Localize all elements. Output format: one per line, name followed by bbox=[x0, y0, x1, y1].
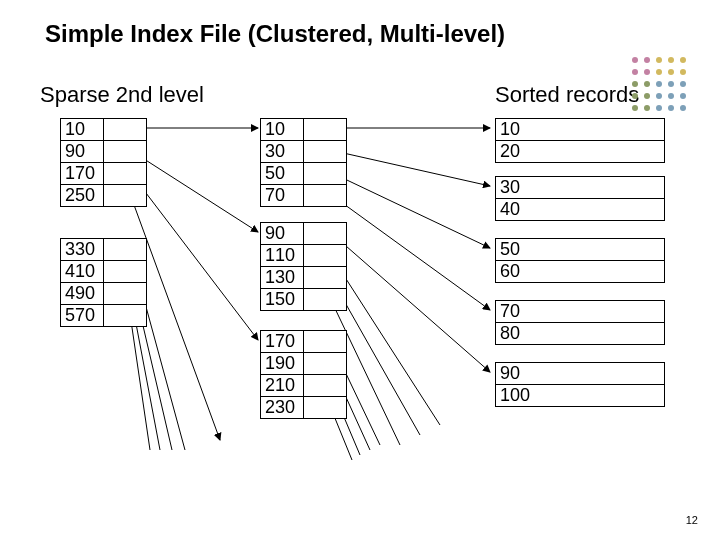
cell: 40 bbox=[496, 199, 665, 221]
cell: 170 bbox=[61, 163, 104, 185]
cell: 70 bbox=[496, 301, 665, 323]
ptr-cell bbox=[104, 305, 147, 327]
ptr-cell bbox=[304, 289, 347, 311]
records-block-4: 70 80 bbox=[495, 300, 665, 345]
cell: 100 bbox=[496, 385, 665, 407]
ptr-cell bbox=[304, 375, 347, 397]
sparse1-block-1: 10 30 50 70 bbox=[260, 118, 347, 207]
page-number: 12 bbox=[686, 514, 698, 526]
cell: 190 bbox=[261, 353, 304, 375]
ptr-cell bbox=[104, 141, 147, 163]
svg-point-0 bbox=[632, 57, 638, 63]
svg-point-24 bbox=[680, 105, 686, 111]
svg-point-10 bbox=[632, 81, 638, 87]
sparse1-block-2: 90 110 130 150 bbox=[260, 222, 347, 311]
ptr-cell bbox=[104, 283, 147, 305]
svg-point-22 bbox=[656, 105, 662, 111]
cell: 130 bbox=[261, 267, 304, 289]
ptr-cell bbox=[104, 185, 147, 207]
cell: 20 bbox=[496, 141, 665, 163]
svg-line-35 bbox=[330, 172, 490, 248]
sparse1-block-3: 170 190 210 230 bbox=[260, 330, 347, 419]
records-block-2: 30 40 bbox=[495, 176, 665, 221]
ptr-cell bbox=[304, 353, 347, 375]
svg-point-16 bbox=[644, 93, 650, 99]
sparse2-block-1: 10 90 170 250 bbox=[60, 118, 147, 207]
cell: 10 bbox=[496, 119, 665, 141]
svg-point-2 bbox=[656, 57, 662, 63]
label-sparse-2nd-level: Sparse 2nd level bbox=[40, 82, 204, 108]
svg-point-6 bbox=[644, 69, 650, 75]
cell: 90 bbox=[261, 223, 304, 245]
cell: 570 bbox=[61, 305, 104, 327]
cell: 150 bbox=[261, 289, 304, 311]
cell: 10 bbox=[61, 119, 104, 141]
cell: 490 bbox=[61, 283, 104, 305]
ptr-cell bbox=[304, 331, 347, 353]
records-block-1: 10 20 bbox=[495, 118, 665, 163]
cell: 50 bbox=[496, 239, 665, 261]
svg-point-14 bbox=[680, 81, 686, 87]
svg-point-8 bbox=[668, 69, 674, 75]
svg-point-19 bbox=[680, 93, 686, 99]
records-block-5: 90 100 bbox=[495, 362, 665, 407]
svg-line-34 bbox=[330, 150, 490, 186]
cell: 30 bbox=[261, 141, 304, 163]
svg-point-13 bbox=[668, 81, 674, 87]
svg-point-9 bbox=[680, 69, 686, 75]
cell: 70 bbox=[261, 185, 304, 207]
cell: 410 bbox=[61, 261, 104, 283]
svg-point-11 bbox=[644, 81, 650, 87]
cell: 210 bbox=[261, 375, 304, 397]
ptr-cell bbox=[304, 397, 347, 419]
ptr-cell bbox=[304, 223, 347, 245]
page-title: Simple Index File (Clustered, Multi-leve… bbox=[45, 20, 505, 48]
cell: 90 bbox=[496, 363, 665, 385]
ptr-cell bbox=[104, 261, 147, 283]
ptr-cell bbox=[104, 239, 147, 261]
svg-point-21 bbox=[644, 105, 650, 111]
svg-point-4 bbox=[680, 57, 686, 63]
svg-point-23 bbox=[668, 105, 674, 111]
dots-logo-icon bbox=[625, 50, 695, 120]
svg-point-12 bbox=[656, 81, 662, 87]
cell: 60 bbox=[496, 261, 665, 283]
svg-line-32 bbox=[130, 314, 150, 450]
ptr-cell bbox=[304, 267, 347, 289]
svg-point-18 bbox=[668, 93, 674, 99]
cell: 50 bbox=[261, 163, 304, 185]
cell: 250 bbox=[61, 185, 104, 207]
cell: 80 bbox=[496, 323, 665, 345]
svg-line-26 bbox=[130, 150, 258, 232]
svg-point-20 bbox=[632, 105, 638, 111]
cell: 110 bbox=[261, 245, 304, 267]
cell: 10 bbox=[261, 119, 304, 141]
ptr-cell bbox=[304, 245, 347, 267]
svg-point-1 bbox=[644, 57, 650, 63]
label-sorted-records: Sorted records bbox=[495, 82, 639, 108]
svg-line-36 bbox=[330, 194, 490, 310]
records-block-3: 50 60 bbox=[495, 238, 665, 283]
ptr-cell bbox=[304, 119, 347, 141]
sparse2-block-2: 330 410 490 570 bbox=[60, 238, 147, 327]
cell: 30 bbox=[496, 177, 665, 199]
cell: 170 bbox=[261, 331, 304, 353]
cell: 330 bbox=[61, 239, 104, 261]
svg-line-27 bbox=[130, 172, 258, 340]
ptr-cell bbox=[104, 163, 147, 185]
cell: 230 bbox=[261, 397, 304, 419]
svg-line-37 bbox=[330, 232, 490, 372]
ptr-cell bbox=[304, 141, 347, 163]
svg-point-17 bbox=[656, 93, 662, 99]
slide: Simple Index File (Clustered, Multi-leve… bbox=[0, 0, 720, 540]
svg-point-15 bbox=[632, 93, 638, 99]
svg-point-7 bbox=[656, 69, 662, 75]
svg-point-3 bbox=[668, 57, 674, 63]
ptr-cell bbox=[104, 119, 147, 141]
svg-point-5 bbox=[632, 69, 638, 75]
cell: 90 bbox=[61, 141, 104, 163]
ptr-cell bbox=[304, 163, 347, 185]
ptr-cell bbox=[304, 185, 347, 207]
